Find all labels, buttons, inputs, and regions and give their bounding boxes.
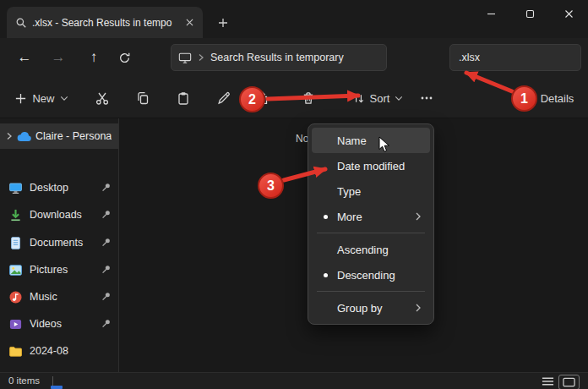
navigation-bar: ← → ↑ Search Results in temporary — [0, 38, 588, 77]
menu-item-ascending[interactable]: Ascending — [312, 237, 430, 262]
cut-button[interactable] — [88, 84, 117, 112]
selected-bullet-icon — [324, 273, 328, 277]
menu-item-label: More — [337, 211, 362, 223]
sort-menu: Name Date modified Type More Ascending D… — [308, 123, 434, 325]
maximize-button[interactable] — [510, 0, 549, 27]
details-view-button[interactable] — [558, 375, 580, 389]
menu-item-more[interactable]: More — [312, 204, 430, 229]
explorer-window: .xlsx - Search Results in tempo ← → ↑ Se — [0, 0, 588, 389]
share-button[interactable] — [248, 84, 277, 112]
menu-item-label: Type — [337, 185, 361, 198]
search-box[interactable] — [449, 44, 581, 71]
pin-icon — [101, 209, 112, 220]
back-icon: ← — [18, 49, 32, 66]
pin-icon — [101, 182, 112, 193]
sidebar-item-downloads[interactable]: Downloads — [0, 202, 118, 227]
new-button-label: New — [32, 92, 54, 105]
desktop-icon — [8, 181, 23, 195]
folder-icon — [8, 344, 23, 359]
menu-item-descending[interactable]: Descending — [312, 262, 430, 288]
new-button[interactable]: New — [8, 84, 74, 112]
command-toolbar: New Sort Details — [0, 77, 588, 118]
sidebar-item-2024-08[interactable]: 2024-08 — [0, 338, 118, 364]
breadcrumb: Search Results in temporary — [210, 52, 344, 63]
details-button[interactable]: Details — [514, 84, 581, 112]
close-icon — [564, 9, 574, 19]
ellipsis-icon — [419, 90, 434, 106]
cloud-icon — [17, 131, 32, 142]
menu-item-label: Name — [337, 134, 367, 147]
sort-button-label: Sort — [370, 92, 390, 105]
minimize-button[interactable] — [471, 0, 510, 27]
up-button[interactable]: ↑ — [81, 44, 106, 71]
pin-icon — [101, 237, 112, 248]
titlebar: .xlsx - Search Results in tempo — [0, 0, 588, 38]
music-icon — [8, 290, 23, 304]
up-icon: ↑ — [90, 49, 98, 66]
close-icon — [186, 19, 193, 26]
plus-icon — [218, 18, 228, 28]
sidebar-item-music[interactable]: Music — [0, 284, 118, 310]
pictures-icon — [8, 263, 23, 277]
delete-button[interactable] — [294, 84, 323, 112]
new-tab-button[interactable] — [213, 13, 233, 33]
menu-item-label: Ascending — [337, 244, 389, 256]
sidebar-item-videos[interactable]: Videos — [0, 311, 118, 337]
search-input[interactable] — [450, 52, 580, 63]
rename-icon — [216, 90, 231, 106]
sort-button[interactable]: Sort — [350, 84, 406, 112]
refresh-icon — [118, 52, 131, 64]
maximize-icon — [525, 9, 535, 19]
address-bar[interactable]: Search Results in temporary — [171, 44, 387, 71]
scissors-icon — [95, 90, 110, 106]
details-button-label: Details — [541, 92, 574, 105]
chevron-right-icon — [5, 132, 14, 140]
back-button[interactable]: ← — [12, 44, 37, 71]
sidebar-item-onedrive[interactable]: Claire - Persona — [0, 123, 118, 149]
pin-icon — [101, 291, 112, 302]
menu-item-type[interactable]: Type — [312, 178, 430, 204]
menu-item-name[interactable]: Name — [312, 128, 430, 153]
forward-icon: → — [52, 49, 66, 66]
more-options-button[interactable] — [412, 84, 441, 112]
selected-bullet-icon — [324, 215, 328, 219]
submenu-chevron-icon — [415, 211, 422, 222]
explorer-tab[interactable]: .xlsx - Search Results in tempo — [7, 7, 203, 38]
details-view-icon — [563, 377, 575, 387]
documents-icon — [8, 236, 23, 250]
tab-search-icon — [15, 17, 27, 29]
menu-separator — [317, 233, 425, 233]
sidebar-item-documents[interactable]: Documents — [0, 230, 118, 255]
close-window-button[interactable] — [549, 0, 588, 27]
share-icon — [255, 90, 270, 106]
empty-state-text: No — [296, 133, 308, 145]
sidebar-item-pictures[interactable]: Pictures — [0, 257, 118, 282]
list-view-button[interactable] — [538, 375, 558, 388]
status-divider — [52, 376, 53, 386]
sidebar-item-desktop[interactable]: Desktop — [0, 175, 118, 200]
menu-item-date-modified[interactable]: Date modified — [312, 153, 430, 178]
refresh-button[interactable] — [112, 44, 137, 71]
tab-close-button[interactable] — [181, 14, 198, 31]
trash-icon — [301, 90, 316, 106]
paste-icon — [176, 90, 191, 106]
downloads-icon — [8, 208, 23, 222]
menu-item-label: Descending — [337, 269, 395, 282]
videos-icon — [8, 317, 23, 331]
copy-button[interactable] — [128, 84, 157, 112]
plus-icon — [14, 92, 27, 105]
sidebar-item-label: 2024-08 — [30, 345, 118, 357]
list-view-icon — [542, 376, 554, 386]
paste-button[interactable] — [169, 84, 198, 112]
menu-item-group-by[interactable]: Group by — [312, 295, 430, 321]
statusbar: 0 items — [0, 372, 588, 389]
copy-icon — [135, 90, 150, 106]
sidebar-item-label: Claire - Persona — [35, 130, 112, 142]
forward-button[interactable]: → — [46, 44, 71, 71]
this-pc-icon — [178, 52, 192, 64]
taskbar-peek — [51, 386, 63, 389]
sort-icon — [352, 92, 365, 105]
chevron-down-icon — [395, 96, 403, 101]
rename-button[interactable] — [210, 84, 238, 112]
pin-icon — [101, 264, 112, 275]
